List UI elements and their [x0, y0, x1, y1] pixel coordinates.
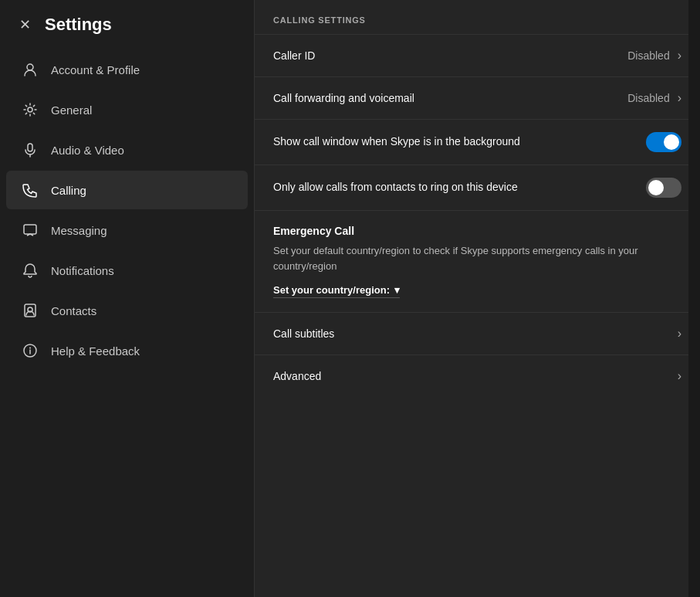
call-forwarding-right: Disabled › — [627, 91, 681, 105]
caller-id-row[interactable]: Caller ID Disabled › — [255, 34, 700, 76]
chevron-right-icon: › — [678, 327, 681, 341]
sidebar-item-messaging[interactable]: Messaging — [6, 211, 248, 249]
show-call-window-toggle[interactable] — [646, 132, 681, 152]
only-allow-calls-row: Only allow calls from contacts to ring o… — [255, 165, 700, 210]
chevron-right-icon: › — [678, 49, 681, 63]
person-icon — [22, 61, 39, 78]
settings-title: Settings — [45, 15, 112, 35]
svg-point-0 — [27, 64, 33, 70]
sidebar-item-account[interactable]: Account & Profile — [6, 50, 248, 89]
right-edge — [688, 0, 700, 597]
only-allow-calls-toggle[interactable] — [646, 178, 681, 198]
emergency-call-title: Emergency Call — [273, 225, 681, 237]
sidebar-item-help[interactable]: Help & Feedback — [6, 331, 248, 370]
sidebar-item-notifications[interactable]: Notifications — [6, 251, 248, 290]
contacts-icon — [22, 302, 39, 319]
sidebar-item-label: Notifications — [51, 264, 114, 277]
sidebar-item-general[interactable]: General — [6, 90, 248, 129]
toggle-thumb — [648, 180, 664, 195]
advanced-label: Advanced — [273, 370, 321, 382]
sidebar-nav: Account & Profile General Audio & Vid — [0, 43, 254, 597]
sidebar-item-audio-video[interactable]: Audio & Video — [6, 131, 248, 169]
chevron-right-icon: › — [678, 369, 681, 383]
sidebar-item-label: Audio & Video — [51, 144, 124, 157]
info-icon — [22, 342, 39, 359]
sidebar-item-label: Messaging — [51, 224, 107, 237]
show-call-window-label: Show call window when Skype is in the ba… — [273, 134, 520, 150]
chevron-down-icon: ▾ — [394, 284, 400, 296]
sidebar-item-label: General — [51, 103, 92, 117]
call-forwarding-label: Call forwarding and voicemail — [273, 92, 414, 104]
phone-icon — [22, 181, 39, 198]
caller-id-value: Disabled — [627, 49, 669, 62]
close-button[interactable]: ✕ — [14, 14, 36, 36]
chat-icon — [22, 222, 39, 239]
caller-id-right: Disabled › — [627, 49, 681, 63]
chevron-right-icon: › — [678, 91, 681, 105]
svg-point-1 — [28, 107, 32, 112]
caller-id-label: Caller ID — [273, 49, 315, 62]
toggle-thumb — [664, 134, 679, 150]
country-dropdown[interactable]: Set your country/region: ▾ — [273, 284, 400, 298]
svg-rect-4 — [24, 225, 36, 234]
country-dropdown-label: Set your country/region: — [273, 284, 390, 296]
sidebar-item-contacts[interactable]: Contacts — [6, 291, 248, 330]
call-subtitles-label: Call subtitles — [273, 327, 334, 340]
advanced-right: › — [678, 369, 681, 383]
call-forwarding-value: Disabled — [627, 92, 669, 104]
mic-icon — [22, 141, 39, 158]
sidebar-item-label: Contacts — [51, 304, 96, 317]
svg-rect-2 — [28, 144, 32, 151]
only-allow-calls-label: Only allow calls from contacts to ring o… — [273, 180, 518, 195]
svg-point-9 — [29, 348, 31, 349]
sidebar-item-label: Calling — [51, 184, 86, 197]
sidebar-item-calling[interactable]: Calling — [6, 171, 248, 209]
main-content: CALLING SETTINGS Caller ID Disabled › Ca… — [255, 0, 700, 597]
section-label: CALLING SETTINGS — [255, 0, 700, 34]
sidebar: ✕ Settings Account & Profile General — [0, 0, 255, 597]
sidebar-item-label: Account & Profile — [51, 63, 140, 76]
call-forwarding-row[interactable]: Call forwarding and voicemail Disabled › — [255, 76, 700, 119]
show-call-window-row: Show call window when Skype is in the ba… — [255, 119, 700, 165]
advanced-row[interactable]: Advanced › — [255, 354, 700, 397]
emergency-call-section: Emergency Call Set your default country/… — [255, 210, 700, 312]
call-subtitles-row[interactable]: Call subtitles › — [255, 312, 700, 354]
gear-icon — [22, 101, 39, 118]
sidebar-item-label: Help & Feedback — [51, 344, 140, 358]
emergency-call-desc: Set your default country/region to check… — [273, 243, 681, 273]
call-subtitles-right: › — [678, 327, 681, 341]
sidebar-header: ✕ Settings — [0, 0, 254, 43]
bell-icon — [22, 262, 39, 279]
